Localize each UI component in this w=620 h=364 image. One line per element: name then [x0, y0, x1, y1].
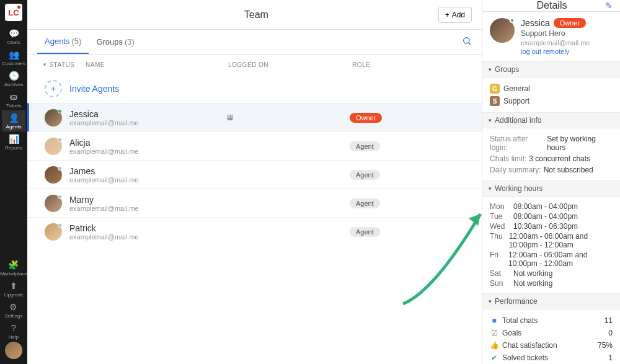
hours-range: 12:00am - 06:00am and 10:00pm - 12:00am — [509, 232, 613, 249]
hours-row: Mon08:00am - 04:00pm — [490, 202, 613, 211]
search-icon[interactable] — [462, 36, 472, 48]
info-row: Status after login:Set by working hours — [490, 133, 613, 153]
page-title: Team — [74, 9, 438, 20]
perf-row: ■Total chats11 — [490, 314, 613, 327]
section-performance[interactable]: ▾Performance — [482, 293, 620, 309]
nav-archives[interactable]: 🕒Archives — [2, 68, 26, 89]
customers-icon: 👥 — [9, 50, 19, 60]
agent-email: examplemail@mail.me — [69, 233, 226, 241]
metric-value: 0 — [608, 329, 613, 337]
status-dot — [58, 195, 62, 199]
tab-agents[interactable]: Agents(5) — [37, 30, 89, 54]
role-badge: Agent — [350, 227, 380, 237]
details-panel: Details ✎ Jessica Owner Support Hero exa… — [482, 0, 620, 364]
hours-day: Thu — [490, 232, 503, 249]
hours-range: 12:00am - 06:00am and 10:00pm - 12:00am — [508, 251, 613, 268]
nav-settings[interactable]: ⚙Settings — [0, 300, 27, 321]
hours-range: 08:00am - 04:00pm — [513, 202, 578, 211]
page-header: Team +Add — [27, 0, 482, 30]
agents-icon: 👤 — [9, 113, 19, 123]
owner-badge: Owner — [554, 18, 586, 28]
nav-label: Reports — [5, 145, 22, 151]
nav-agents[interactable]: 👤Agents — [2, 110, 26, 131]
nav-marketplace[interactable]: 🧩Marketplace — [0, 257, 27, 278]
column-headers: ▼STATUS NAME LOGGED ON ROLE — [27, 55, 482, 74]
group-item[interactable]: GGeneral — [490, 82, 613, 95]
hours-row: SunNot working — [490, 278, 613, 288]
current-user-avatar[interactable] — [5, 342, 22, 359]
col-name[interactable]: NAME — [86, 61, 228, 68]
nav-upgrade[interactable]: ⬆Upgrade — [0, 278, 27, 300]
details-role: Support Hero — [521, 29, 590, 38]
hours-day: Mon — [490, 202, 507, 211]
hours-day: Tue — [490, 212, 507, 221]
agent-row[interactable]: Marny examplemail@mail.me Agent — [27, 189, 482, 217]
col-logged[interactable]: LOGGED ON — [228, 61, 352, 68]
info-value: Set by working hours — [547, 135, 613, 152]
info-key: Chats limit: — [490, 154, 526, 163]
chevron-down-icon: ▾ — [489, 117, 492, 123]
metric-icon: 👍 — [490, 341, 498, 350]
agent-row[interactable]: James examplemail@mail.me Agent — [27, 160, 482, 189]
status-dot — [58, 109, 62, 113]
nav-chats[interactable]: 💬Chats — [2, 26, 26, 47]
hours-day: Sat — [490, 269, 507, 278]
chevron-down-icon: ▾ — [489, 298, 492, 304]
hours-row: SatNot working — [490, 269, 613, 278]
invite-agents-link[interactable]: Invite Agents — [69, 84, 226, 94]
nav-label: Marketplace — [0, 271, 27, 277]
group-item[interactable]: SSupport — [490, 95, 613, 107]
archives-icon: 🕒 — [9, 71, 19, 81]
logout-remotely-link[interactable]: log out remotely — [521, 48, 590, 55]
info-key: Daily summary: — [490, 166, 541, 174]
col-status[interactable]: ▼STATUS — [42, 61, 86, 68]
group-color-icon: G — [490, 84, 500, 94]
tabs-bar: Agents(5) Groups(3) — [27, 30, 482, 55]
status-dot — [58, 223, 62, 228]
edit-icon[interactable]: ✎ — [605, 1, 613, 11]
agent-name: Marny — [69, 195, 226, 205]
agent-name: Jessica — [69, 109, 226, 119]
nav-tickets[interactable]: 🎟Tickets — [2, 89, 26, 110]
role-badge: Agent — [350, 198, 380, 208]
hours-range: Not working — [513, 269, 552, 278]
perf-row: ☑Goals0 — [490, 327, 613, 339]
info-row: Daily summary:Not subscribed — [490, 164, 613, 175]
details-email: examplemail@mail.me — [521, 39, 590, 47]
agent-email: examplemail@mail.me — [69, 119, 226, 127]
agent-email: examplemail@mail.me — [69, 205, 226, 212]
nav-reports[interactable]: 📊Reports — [2, 131, 26, 153]
group-name: Support — [503, 97, 529, 105]
group-color-icon: S — [490, 96, 500, 106]
app-sidebar: LC 💬Chats👥Customers🕒Archives🎟Tickets👤Age… — [0, 0, 27, 364]
group-name: General — [503, 84, 530, 93]
section-working-hours[interactable]: ▾Working hours — [482, 180, 620, 197]
tab-groups[interactable]: Groups(3) — [89, 30, 142, 54]
hours-day: Wed — [490, 222, 507, 231]
hours-day: Fri — [490, 251, 502, 268]
section-groups[interactable]: ▾Groups — [482, 61, 620, 78]
chevron-down-icon: ▾ — [489, 66, 492, 73]
agent-row[interactable]: Patrick examplemail@mail.me Agent — [27, 217, 482, 246]
add-button[interactable]: +Add — [438, 7, 472, 23]
invite-row[interactable]: + Invite Agents — [27, 74, 482, 103]
metric-label: Solved tickets — [502, 353, 604, 362]
metric-value: 1 — [608, 353, 613, 362]
nav-help[interactable]: ?Help — [0, 321, 27, 342]
hours-day: Sun — [490, 279, 507, 288]
settings-icon: ⚙ — [9, 302, 17, 312]
hours-row: Fri12:00am - 06:00am and 10:00pm - 12:00… — [490, 250, 613, 269]
hours-row: Tue08:00am - 04:00pm — [490, 211, 613, 221]
metric-icon: ☑ — [490, 329, 498, 337]
col-role[interactable]: ROLE — [352, 61, 467, 68]
metric-icon: ■ — [490, 316, 498, 325]
hours-range: 10:30am - 06:30pm — [513, 222, 578, 231]
metric-label: Total chats — [502, 316, 601, 325]
metric-label: Chat satisfaction — [502, 341, 594, 350]
agent-row[interactable]: Jessica examplemail@mail.me 🖥 Owner — [27, 103, 482, 131]
agent-row[interactable]: Alicja examplemail@mail.me Agent — [27, 131, 482, 160]
section-addl-info[interactable]: ▾Additional info — [482, 112, 620, 128]
nav-customers[interactable]: 👥Customers — [2, 47, 26, 68]
status-dot — [58, 138, 62, 142]
hours-range: Not working — [513, 279, 552, 288]
